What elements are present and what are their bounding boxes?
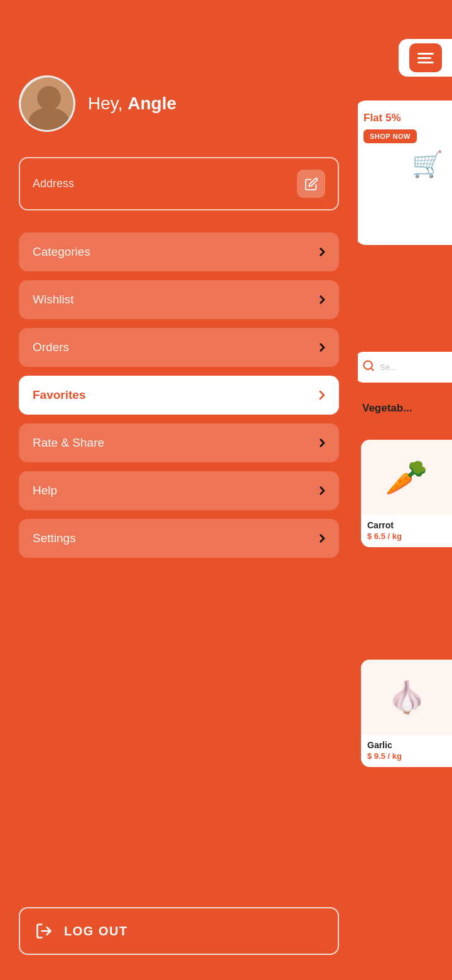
- sidebar-item-label-orders: Orders: [33, 340, 69, 354]
- sidebar: Hey, Angle Address Categories Wishlist: [0, 0, 358, 980]
- garlic-price: $ 9.5 / kg: [367, 751, 446, 761]
- garlic-image: 🧄: [361, 660, 452, 735]
- address-text: Address: [33, 177, 74, 190]
- profile-section: Hey, Angle: [19, 0, 339, 132]
- vegetables-underline: [362, 417, 394, 419]
- chevron-right-icon: [319, 390, 325, 400]
- shop-now-button[interactable]: SHOP NOW: [363, 129, 417, 143]
- greeting-name: Angle: [127, 94, 176, 113]
- chevron-right-icon: [319, 438, 325, 448]
- right-panel: Flat 5% SHOP NOW 🛒 Se... Vegetab... 🥕 Ca…: [352, 0, 452, 980]
- chevron-right-icon: [319, 342, 325, 352]
- carrot-name: Carrot: [367, 520, 446, 530]
- sidebar-item-categories[interactable]: Categories: [19, 232, 339, 271]
- logout-label: LOG OUT: [64, 924, 128, 939]
- product-card-carrot[interactable]: 🥕 Carrot $ 6.5 / kg: [361, 440, 452, 547]
- hamburger-button[interactable]: [399, 39, 452, 77]
- search-bar[interactable]: Se...: [355, 352, 452, 383]
- search-placeholder: Se...: [380, 362, 397, 372]
- promo-image: 🛒: [363, 150, 443, 179]
- garlic-name: Garlic: [367, 740, 446, 750]
- sidebar-item-orders[interactable]: Orders: [19, 328, 339, 367]
- menu-icon: [417, 53, 434, 63]
- sidebar-item-wishlist[interactable]: Wishlist: [19, 280, 339, 319]
- vegetables-section-label: Vegetab...: [355, 402, 452, 419]
- logout-button[interactable]: LOG OUT: [19, 907, 339, 955]
- product-card-garlic[interactable]: 🧄 Garlic $ 9.5 / kg: [361, 660, 452, 767]
- sidebar-item-settings[interactable]: Settings: [19, 519, 339, 558]
- edit-address-button[interactable]: [297, 170, 325, 198]
- sidebar-item-label-help: Help: [33, 484, 57, 498]
- address-field[interactable]: Address: [19, 157, 339, 210]
- promo-text: Flat 5%: [363, 112, 443, 124]
- vegetables-title: Vegetab...: [362, 402, 444, 415]
- greeting: Hey, Angle: [88, 94, 176, 114]
- sidebar-item-rate-share[interactable]: Rate & Share: [19, 423, 339, 462]
- svg-line-2: [371, 368, 374, 371]
- sidebar-item-label-categories: Categories: [33, 245, 90, 259]
- carrot-price: $ 6.5 / kg: [367, 531, 446, 541]
- sidebar-item-favorites[interactable]: Favorites: [19, 376, 339, 415]
- menu-list: Categories Wishlist Orders Favorites Rat…: [19, 232, 339, 558]
- sidebar-item-help[interactable]: Help: [19, 471, 339, 510]
- greeting-prefix: Hey,: [88, 94, 123, 113]
- sidebar-item-label-wishlist: Wishlist: [33, 293, 73, 307]
- sidebar-item-label-rate-share: Rate & Share: [33, 436, 104, 450]
- carrot-image: 🥕: [361, 440, 452, 515]
- chevron-right-icon: [319, 533, 325, 543]
- chevron-right-icon: [319, 247, 325, 257]
- avatar: [19, 75, 75, 132]
- sidebar-item-label-settings: Settings: [33, 531, 76, 545]
- chevron-right-icon: [319, 295, 325, 305]
- chevron-right-icon: [319, 486, 325, 496]
- logout-icon: [35, 922, 53, 940]
- sidebar-item-label-favorites: Favorites: [33, 388, 85, 402]
- promo-card: Flat 5% SHOP NOW 🛒: [355, 101, 452, 245]
- search-icon: [362, 359, 375, 375]
